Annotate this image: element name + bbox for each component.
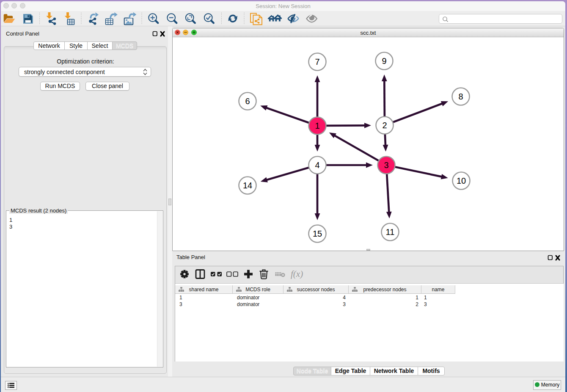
svg-text:6: 6 bbox=[245, 97, 250, 106]
svg-text:1: 1 bbox=[315, 121, 319, 130]
svg-text:11: 11 bbox=[386, 227, 395, 237]
svg-text:2: 2 bbox=[382, 121, 387, 130]
svg-text:9: 9 bbox=[382, 56, 386, 66]
svg-text:3: 3 bbox=[384, 160, 388, 170]
svg-text:4: 4 bbox=[315, 160, 319, 170]
svg-text:14: 14 bbox=[243, 181, 252, 190]
svg-text:8: 8 bbox=[458, 92, 463, 101]
svg-text:15: 15 bbox=[313, 229, 322, 238]
svg-text:7: 7 bbox=[315, 57, 319, 66]
svg-text:10: 10 bbox=[457, 176, 466, 185]
